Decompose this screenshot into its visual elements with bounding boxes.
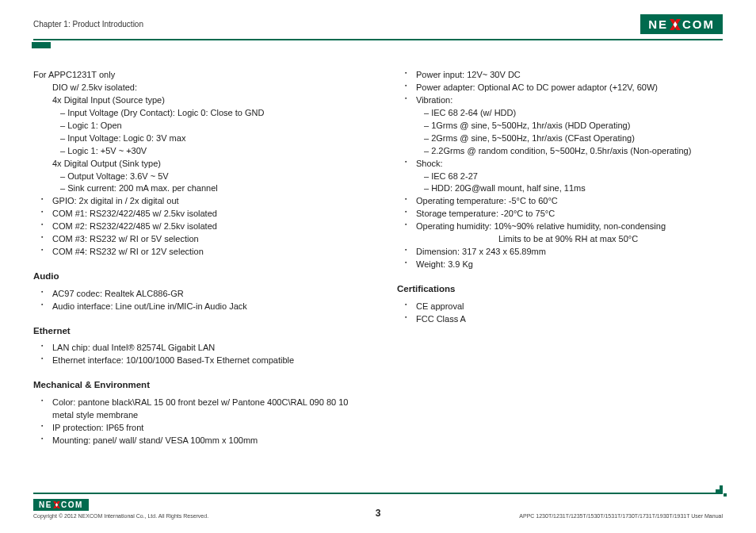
sub-item: – IEC 68 2-64 (w/ HDD) [424,107,718,120]
footer-logo: NE COM [33,499,89,511]
di-line: – Input Voltage: Logic 0: 3V max [33,132,354,145]
section-cert: Certifications [397,282,718,296]
list-item: LAN chip: dual Intel® 82574L Gigabit LAN [44,342,354,355]
list-item: Operating temperature: -5°C to 60°C [408,195,718,208]
list-item: COM #4: RS232 w/ RI or 12V selection [44,246,354,259]
di-line: – Logic 1: +5V ~ +30V [33,145,354,158]
doc-title: APPC 1230T/1231T/1235T/1530T/1531T/1730T… [519,513,723,519]
list-item: Vibration: – IEC 68 2-64 (w/ HDD) – 1Grm… [408,94,718,158]
do-line: – Sink current: 200 mA max. per channel [33,182,354,195]
logo-text-right: COM [682,17,715,31]
list-item: Weight: 3.9 Kg [408,259,718,271]
green-tab [32,42,51,48]
di-line: – Logic 1: Open [33,120,354,132]
sub-item: – HDD: 20G@wall mount, half sine, 11ms [424,182,718,195]
list-item: Dimension: 317 x 243 x 65.89mm [408,246,718,259]
humidity-line1: Operating humidity: 10%~90% relative hum… [416,221,666,231]
footer-rule [33,493,723,494]
right-column: Power input: 12V~ 30V DC Power adapter: … [397,69,718,458]
section-audio: Audio [33,270,354,283]
env-list: Power input: 12V~ 30V DC Power adapter: … [397,69,718,271]
io-list: GPIO: 2x digital in / 2x digital out COM… [33,195,354,259]
list-item: Power adapter: Optional AC to DC power a… [408,82,718,94]
vib-head: Vibration: [416,95,452,105]
shock-head: Shock: [416,159,443,168]
list-item: FCC Class A [408,313,718,326]
corner-icon [716,485,727,497]
audio-list: AC97 codec: Realtek ALC886-GR Audio inte… [33,288,354,313]
logo-text-left: NE [648,17,668,31]
sub-item: – 2Grms @ sine, 5~500Hz, 1hr/axis (CFast… [424,132,718,145]
cert-list: CE approval FCC Class A [397,301,718,326]
chapter-title: Chapter 1: Product Introduction [33,20,143,29]
list-item: Color: pantone black\RAL 15 00 front bez… [44,397,354,422]
copyright-text: Copyright © 2012 NEXCOM International Co… [33,513,208,519]
section-mechanical: Mechanical & Environment [33,378,354,392]
di-head: 4x Digital Input (Source type) [33,94,354,107]
do-head: 4x Digital Output (Sink type) [33,158,354,171]
eth-list: LAN chip: dual Intel® 82574L Gigabit LAN… [33,342,354,367]
left-column: For APPC1231T only DIO w/ 2.5kv isolated… [33,69,354,458]
svg-rect-4 [724,493,727,497]
list-item: GPIO: 2x digital in / 2x digital out [44,195,354,208]
humidity-line2: Limits to be at 90% RH at max 50°C [416,234,638,243]
intro-line: For APPC1231T only [33,69,354,82]
sub-item: – IEC 68 2-27 [424,171,718,183]
logo-text-right: COM [61,500,83,509]
brand-logo: NE COM [640,14,723,34]
list-item: COM #1: RS232/422/485 w/ 2.5kv isolated [44,208,354,220]
list-item: CE approval [408,301,718,313]
page-footer: NE COM Copyright © 2012 NEXCOM Internati… [33,493,723,519]
mech-list: Color: pantone black\RAL 15 00 front bez… [33,397,354,447]
sub-item: – 2.2Grms @ random condition, 5~500Hz, 0… [424,145,718,158]
logo-text-left: NE [39,500,52,509]
list-item: Power input: 12V~ 30V DC [408,69,718,82]
list-item: Ethernet interface: 10/100/1000 Based-Tx… [44,355,354,367]
page-number: 3 [376,508,381,519]
list-item: Shock: – IEC 68 2-27 – HDD: 20G@wall mou… [408,158,718,196]
header-rule [33,39,723,40]
do-line: – Output Voltage: 3.6V ~ 5V [33,171,354,183]
list-item: IP protection: IP65 front [44,422,354,435]
dio-head: DIO w/ 2.5kv isolated: [33,82,354,94]
list-item: Audio interface: Line out/Line in/MIC-in… [44,301,354,313]
svg-rect-3 [720,485,723,493]
sub-item: – 1Grms @ sine, 5~500Hz, 1hr/axis (HDD O… [424,120,718,132]
list-item: Operating humidity: 10%~90% relative hum… [408,220,718,246]
di-line: – Input Voltage (Dry Contact): Logic 0: … [33,107,354,120]
list-item: Mounting: panel/ wall/ stand/ VESA 100mm… [44,435,354,447]
list-item: COM #2: RS232/422/485 w/ 2.5kv isolated [44,220,354,233]
section-ethernet: Ethernet [33,324,354,338]
list-item: COM #3: RS232 w/ RI or 5V selection [44,233,354,246]
logo-x-icon [53,501,60,508]
list-item: AC97 codec: Realtek ALC886-GR [44,288,354,301]
list-item: Storage temperature: -20°C to 75°C [408,208,718,220]
logo-x-icon [670,19,681,30]
